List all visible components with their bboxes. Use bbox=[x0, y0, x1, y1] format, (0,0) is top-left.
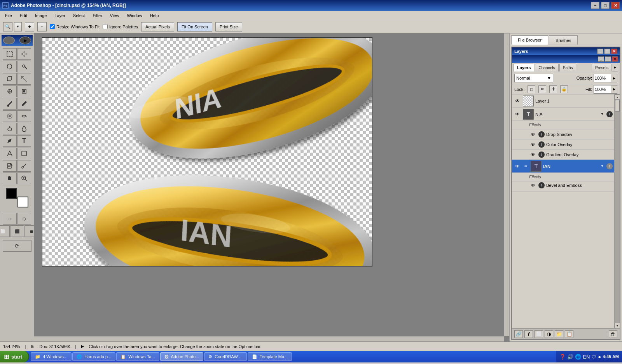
gradient-overlay-visibility[interactable]: 👁 bbox=[529, 151, 537, 158]
actual-pixels-button[interactable]: Actual Pixels bbox=[141, 22, 174, 31]
zoom-in-button[interactable]: + bbox=[25, 22, 34, 31]
bevel-emboss-visibility[interactable]: 👁 bbox=[529, 181, 537, 189]
layers-minimize-button[interactable]: _ bbox=[597, 49, 603, 54]
nia-effect-gradient-overlay[interactable]: 👁 f Gradient Overlay bbox=[512, 150, 614, 160]
zoom-tool-icon[interactable]: 🔍 bbox=[3, 22, 12, 31]
dodge-tool[interactable] bbox=[3, 123, 17, 134]
menu-select[interactable]: Select bbox=[70, 12, 89, 19]
notes-tool[interactable] bbox=[3, 160, 17, 172]
jump-to-imageready[interactable]: ⟳ bbox=[3, 240, 31, 252]
marquee-tool[interactable] bbox=[3, 48, 17, 60]
screen-mode-standard[interactable]: ⬜ bbox=[0, 225, 10, 237]
pen-tool[interactable] bbox=[3, 148, 17, 159]
fit-on-screen-button[interactable]: Fit On Screen bbox=[177, 22, 212, 31]
taskbar-item-coreldraw[interactable]: ⚙ CorelDRAW ... bbox=[204, 352, 247, 361]
slice-tool[interactable] bbox=[17, 73, 31, 85]
tab-layers[interactable]: Layers bbox=[514, 64, 534, 71]
crop-tool[interactable] bbox=[3, 73, 17, 85]
tab-presets[interactable]: Presets bbox=[592, 64, 612, 71]
stamp-tool[interactable] bbox=[17, 85, 31, 97]
close-button[interactable]: ✕ bbox=[611, 2, 620, 9]
blend-mode-select[interactable]: Normal ▼ bbox=[514, 74, 553, 82]
add-mask-button[interactable]: ⬜ bbox=[535, 330, 543, 338]
lock-transparent-icon[interactable]: □ bbox=[528, 85, 535, 93]
tab-more-arrow[interactable]: ▶ bbox=[612, 64, 618, 71]
delete-layer-button[interactable]: 🗑 bbox=[609, 330, 617, 338]
menu-layer[interactable]: Layer bbox=[51, 12, 69, 19]
nia-fx-icon[interactable]: f bbox=[606, 111, 613, 117]
layer-item-nia[interactable]: 👁 T NIA ▼ f bbox=[512, 108, 614, 121]
layer-item-layer1[interactable]: 👁 Layer 1 bbox=[512, 94, 614, 108]
scrollbar-thumb[interactable] bbox=[615, 100, 620, 111]
ian-visibility-icon[interactable]: 👁 bbox=[514, 162, 521, 170]
drop-shadow-visibility[interactable]: 👁 bbox=[529, 131, 537, 138]
menu-view[interactable]: View bbox=[107, 12, 123, 19]
lasso-tool[interactable] bbox=[3, 61, 17, 72]
shape-tool[interactable] bbox=[17, 148, 31, 159]
eyedropper-tool[interactable] bbox=[17, 160, 31, 172]
canvas-horizontal-scrollbar[interactable] bbox=[34, 336, 504, 341]
taskbar-item-template[interactable]: 📄 Template Ma... bbox=[248, 352, 292, 361]
nia-effect-drop-shadow[interactable]: 👁 f Drop Shadow bbox=[512, 129, 614, 139]
scrollbar-track[interactable] bbox=[615, 100, 620, 323]
taskbar-item-windows-ta[interactable]: 📋 Windows Ta... bbox=[116, 352, 159, 361]
resize-windows-checkbox[interactable] bbox=[50, 24, 55, 29]
menu-image[interactable]: Image bbox=[31, 12, 51, 19]
lock-all-icon[interactable]: 🔒 bbox=[560, 85, 568, 93]
nia-fx-arrow[interactable]: ▼ bbox=[599, 111, 605, 117]
layers-maximize-button[interactable]: □ bbox=[604, 49, 610, 54]
tab-brushes[interactable]: Brushes bbox=[549, 35, 578, 45]
burn-tool[interactable] bbox=[17, 123, 31, 134]
blur-tool[interactable] bbox=[3, 110, 17, 122]
menu-window[interactable]: Window bbox=[124, 12, 146, 19]
magic-wand-tool[interactable] bbox=[17, 61, 31, 72]
nia-effect-color-overlay[interactable]: 👁 f Color Overlay bbox=[512, 139, 614, 150]
fill-input[interactable]: 100% bbox=[594, 85, 612, 94]
tab-file-browser[interactable]: File Browser bbox=[511, 35, 548, 45]
print-size-button[interactable]: Print Size bbox=[215, 22, 242, 31]
new-adjustment-button[interactable]: ◑ bbox=[545, 330, 553, 338]
opacity-arrow[interactable]: ▶ bbox=[611, 74, 617, 82]
ignore-palettes-checkbox[interactable] bbox=[103, 24, 108, 29]
hand-tool[interactable] bbox=[3, 172, 17, 184]
minimize-button[interactable]: – bbox=[591, 2, 599, 9]
tab-channels[interactable]: Channels bbox=[535, 64, 558, 71]
screen-mode-full[interactable]: ◼ bbox=[24, 225, 35, 237]
layers-inner-maximize[interactable]: □ bbox=[605, 56, 611, 62]
ian-fx-icon[interactable]: f bbox=[606, 163, 613, 169]
zoom-out-button[interactable]: - bbox=[37, 22, 47, 31]
maximize-button[interactable]: □ bbox=[601, 2, 610, 9]
zoom-dropdown-arrow[interactable]: ▼ bbox=[14, 22, 22, 31]
canvas-vertical-scrollbar[interactable] bbox=[504, 33, 509, 336]
opacity-input[interactable]: 100% bbox=[594, 74, 612, 82]
smudge-tool[interactable] bbox=[17, 110, 31, 122]
fill-arrow[interactable]: ▶ bbox=[611, 85, 617, 94]
pencil-tool[interactable] bbox=[17, 98, 31, 110]
nia-visibility-icon[interactable]: 👁 bbox=[514, 110, 521, 118]
brush-tool[interactable] bbox=[3, 98, 17, 110]
layers-inner-close[interactable]: ✕ bbox=[612, 56, 618, 62]
menu-file[interactable]: File bbox=[2, 12, 16, 19]
layers-inner-minimize[interactable]: _ bbox=[598, 56, 604, 62]
link-layers-button[interactable]: 🔗 bbox=[514, 330, 523, 338]
layers-close-button[interactable]: ✕ bbox=[611, 49, 617, 54]
move-tool[interactable] bbox=[17, 48, 31, 60]
ian-effect-bevel-emboss[interactable]: 👁 f Bevel and Emboss bbox=[512, 181, 614, 192]
layer1-visibility-icon[interactable]: 👁 bbox=[514, 97, 521, 105]
zoom-tool[interactable] bbox=[17, 172, 31, 184]
ian-fx-arrow[interactable]: ▼ bbox=[599, 164, 605, 169]
new-folder-button[interactable]: 📁 bbox=[555, 330, 563, 338]
new-layer-button[interactable]: 📋 bbox=[565, 330, 573, 338]
menu-edit[interactable]: Edit bbox=[16, 12, 31, 19]
start-button[interactable]: ⊞ start bbox=[0, 351, 29, 362]
taskbar-item-photoshop[interactable]: 🖼 Adobe Photo... bbox=[160, 352, 204, 361]
menu-help[interactable]: Help bbox=[147, 12, 162, 19]
tab-paths[interactable]: Paths bbox=[559, 64, 577, 71]
scrollbar-up-button[interactable]: ▲ bbox=[615, 94, 620, 100]
type-tool[interactable]: T bbox=[17, 135, 31, 147]
color-overlay-visibility[interactable]: 👁 bbox=[529, 141, 537, 148]
add-style-button[interactable]: f bbox=[524, 330, 533, 338]
screen-mode-full-menu[interactable]: ⬛ bbox=[10, 225, 24, 237]
lock-position-icon[interactable]: ✛ bbox=[549, 85, 557, 93]
healing-brush-tool[interactable] bbox=[3, 85, 17, 97]
